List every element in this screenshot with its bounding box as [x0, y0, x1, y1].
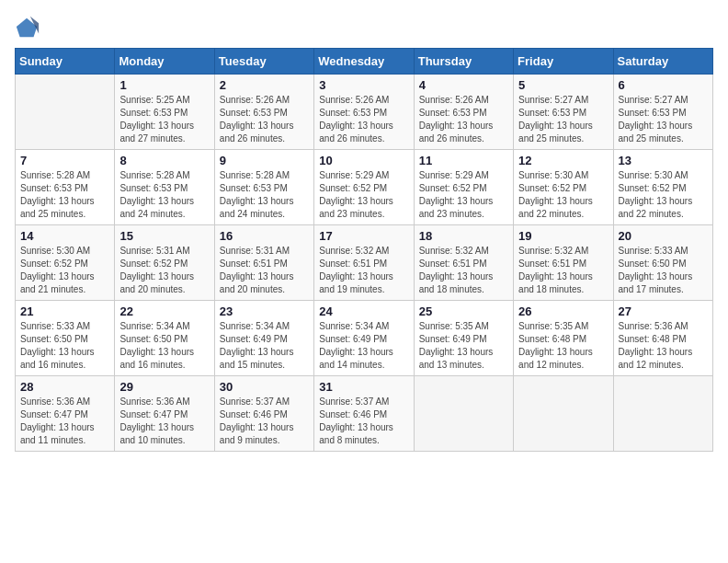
day-info: Sunrise: 5:36 AM Sunset: 6:47 PM Dayligh… — [20, 396, 109, 447]
day-number: 13 — [619, 154, 708, 167]
day-number: 27 — [619, 304, 708, 318]
calendar-cell: 17Sunrise: 5:32 AM Sunset: 6:51 PM Dayli… — [314, 225, 414, 301]
day-info: Sunrise: 5:34 AM Sunset: 6:49 PM Dayligh… — [220, 320, 309, 372]
day-info: Sunrise: 5:31 AM Sunset: 6:51 PM Dayligh… — [220, 245, 309, 296]
day-number: 19 — [518, 229, 608, 243]
calendar-cell: 6Sunrise: 5:27 AM Sunset: 6:53 PM Daylig… — [613, 75, 712, 150]
calendar-cell: 24Sunrise: 5:34 AM Sunset: 6:49 PM Dayli… — [314, 301, 414, 376]
weekday-header-friday: Friday — [514, 49, 613, 75]
day-number: 11 — [419, 154, 508, 167]
day-info: Sunrise: 5:30 AM Sunset: 6:52 PM Dayligh… — [619, 169, 708, 221]
day-number: 10 — [319, 154, 408, 167]
day-info: Sunrise: 5:37 AM Sunset: 6:46 PM Dayligh… — [319, 396, 408, 447]
day-info: Sunrise: 5:33 AM Sunset: 6:50 PM Dayligh… — [20, 320, 109, 372]
calendar-header: SundayMondayTuesdayWednesdayThursdayFrid… — [16, 49, 713, 75]
day-number: 30 — [220, 380, 309, 394]
day-number: 9 — [220, 154, 309, 167]
day-number: 6 — [619, 78, 708, 92]
calendar-cell — [613, 376, 712, 452]
day-number: 20 — [619, 229, 708, 243]
day-number: 18 — [419, 229, 508, 243]
day-info: Sunrise: 5:30 AM Sunset: 6:52 PM Dayligh… — [518, 169, 608, 221]
day-number: 26 — [518, 304, 608, 318]
calendar-week-4: 21Sunrise: 5:33 AM Sunset: 6:50 PM Dayli… — [16, 301, 713, 376]
day-info: Sunrise: 5:37 AM Sunset: 6:46 PM Dayligh… — [220, 396, 309, 447]
calendar-cell: 1Sunrise: 5:25 AM Sunset: 6:53 PM Daylig… — [115, 75, 214, 150]
day-number: 29 — [119, 380, 209, 394]
day-info: Sunrise: 5:36 AM Sunset: 6:47 PM Dayligh… — [119, 396, 209, 447]
day-number: 16 — [220, 229, 309, 243]
day-info: Sunrise: 5:27 AM Sunset: 6:53 PM Dayligh… — [518, 94, 608, 145]
weekday-header-tuesday: Tuesday — [214, 49, 313, 75]
calendar-cell: 3Sunrise: 5:26 AM Sunset: 6:53 PM Daylig… — [314, 75, 414, 150]
weekday-header-wednesday: Wednesday — [314, 49, 414, 75]
calendar-cell: 30Sunrise: 5:37 AM Sunset: 6:46 PM Dayli… — [214, 376, 313, 452]
page-header — [15, 15, 713, 40]
calendar-cell: 31Sunrise: 5:37 AM Sunset: 6:46 PM Dayli… — [314, 376, 414, 452]
day-info: Sunrise: 5:35 AM Sunset: 6:49 PM Dayligh… — [419, 320, 508, 372]
calendar-cell: 26Sunrise: 5:35 AM Sunset: 6:48 PM Dayli… — [514, 301, 613, 376]
calendar-cell: 7Sunrise: 5:28 AM Sunset: 6:53 PM Daylig… — [16, 150, 115, 225]
day-number: 4 — [419, 78, 508, 92]
calendar-cell: 19Sunrise: 5:32 AM Sunset: 6:51 PM Dayli… — [514, 225, 613, 301]
day-number: 2 — [220, 78, 309, 92]
day-info: Sunrise: 5:26 AM Sunset: 6:53 PM Dayligh… — [319, 94, 408, 145]
day-number: 15 — [119, 229, 209, 243]
day-info: Sunrise: 5:25 AM Sunset: 6:53 PM Dayligh… — [119, 94, 209, 145]
weekday-header-saturday: Saturday — [613, 49, 712, 75]
day-info: Sunrise: 5:29 AM Sunset: 6:52 PM Dayligh… — [319, 169, 408, 221]
day-number: 24 — [319, 304, 408, 318]
calendar-cell: 22Sunrise: 5:34 AM Sunset: 6:50 PM Dayli… — [115, 301, 214, 376]
calendar-cell: 14Sunrise: 5:30 AM Sunset: 6:52 PM Dayli… — [16, 225, 115, 301]
day-info: Sunrise: 5:34 AM Sunset: 6:49 PM Dayligh… — [319, 320, 408, 372]
calendar-cell: 21Sunrise: 5:33 AM Sunset: 6:50 PM Dayli… — [16, 301, 115, 376]
calendar-body: 1Sunrise: 5:25 AM Sunset: 6:53 PM Daylig… — [16, 75, 713, 452]
day-info: Sunrise: 5:29 AM Sunset: 6:52 PM Dayligh… — [419, 169, 508, 221]
day-number: 12 — [518, 154, 608, 167]
weekday-row: SundayMondayTuesdayWednesdayThursdayFrid… — [16, 49, 713, 75]
day-number: 7 — [20, 154, 109, 167]
day-info: Sunrise: 5:30 AM Sunset: 6:52 PM Dayligh… — [20, 245, 109, 296]
calendar-cell: 29Sunrise: 5:36 AM Sunset: 6:47 PM Dayli… — [115, 376, 214, 452]
day-number: 28 — [20, 380, 109, 394]
calendar-week-5: 28Sunrise: 5:36 AM Sunset: 6:47 PM Dayli… — [16, 376, 713, 452]
day-number: 5 — [518, 78, 608, 92]
weekday-header-monday: Monday — [115, 49, 214, 75]
day-info: Sunrise: 5:28 AM Sunset: 6:53 PM Dayligh… — [119, 169, 209, 221]
calendar-cell — [16, 75, 115, 150]
calendar-cell: 25Sunrise: 5:35 AM Sunset: 6:49 PM Dayli… — [414, 301, 513, 376]
day-info: Sunrise: 5:27 AM Sunset: 6:53 PM Dayligh… — [619, 94, 708, 145]
day-number: 21 — [20, 304, 109, 318]
calendar-cell: 20Sunrise: 5:33 AM Sunset: 6:50 PM Dayli… — [613, 225, 712, 301]
calendar-cell: 23Sunrise: 5:34 AM Sunset: 6:49 PM Dayli… — [214, 301, 313, 376]
calendar-table: SundayMondayTuesdayWednesdayThursdayFrid… — [15, 48, 713, 452]
day-number: 3 — [319, 78, 408, 92]
day-info: Sunrise: 5:28 AM Sunset: 6:53 PM Dayligh… — [20, 169, 109, 221]
calendar-cell: 11Sunrise: 5:29 AM Sunset: 6:52 PM Dayli… — [414, 150, 513, 225]
calendar-cell: 18Sunrise: 5:32 AM Sunset: 6:51 PM Dayli… — [414, 225, 513, 301]
day-number: 17 — [319, 229, 408, 243]
calendar-cell — [514, 376, 613, 452]
day-info: Sunrise: 5:32 AM Sunset: 6:51 PM Dayligh… — [319, 245, 408, 296]
calendar-cell: 28Sunrise: 5:36 AM Sunset: 6:47 PM Dayli… — [16, 376, 115, 452]
day-info: Sunrise: 5:35 AM Sunset: 6:48 PM Dayligh… — [518, 320, 608, 372]
logo — [15, 15, 44, 40]
calendar-cell: 2Sunrise: 5:26 AM Sunset: 6:53 PM Daylig… — [214, 75, 313, 150]
weekday-header-sunday: Sunday — [16, 49, 115, 75]
calendar-cell: 4Sunrise: 5:26 AM Sunset: 6:53 PM Daylig… — [414, 75, 513, 150]
calendar-cell: 5Sunrise: 5:27 AM Sunset: 6:53 PM Daylig… — [514, 75, 613, 150]
day-info: Sunrise: 5:36 AM Sunset: 6:48 PM Dayligh… — [619, 320, 708, 372]
calendar-cell: 27Sunrise: 5:36 AM Sunset: 6:48 PM Dayli… — [613, 301, 712, 376]
day-number: 8 — [119, 154, 209, 167]
calendar-cell: 13Sunrise: 5:30 AM Sunset: 6:52 PM Dayli… — [613, 150, 712, 225]
calendar-cell — [414, 376, 513, 452]
logo-icon — [15, 15, 40, 40]
day-info: Sunrise: 5:26 AM Sunset: 6:53 PM Dayligh… — [419, 94, 508, 145]
day-info: Sunrise: 5:32 AM Sunset: 6:51 PM Dayligh… — [419, 245, 508, 296]
calendar-week-3: 14Sunrise: 5:30 AM Sunset: 6:52 PM Dayli… — [16, 225, 713, 301]
weekday-header-thursday: Thursday — [414, 49, 513, 75]
day-info: Sunrise: 5:31 AM Sunset: 6:52 PM Dayligh… — [119, 245, 209, 296]
day-info: Sunrise: 5:33 AM Sunset: 6:50 PM Dayligh… — [619, 245, 708, 296]
day-number: 22 — [119, 304, 209, 318]
calendar-cell: 8Sunrise: 5:28 AM Sunset: 6:53 PM Daylig… — [115, 150, 214, 225]
